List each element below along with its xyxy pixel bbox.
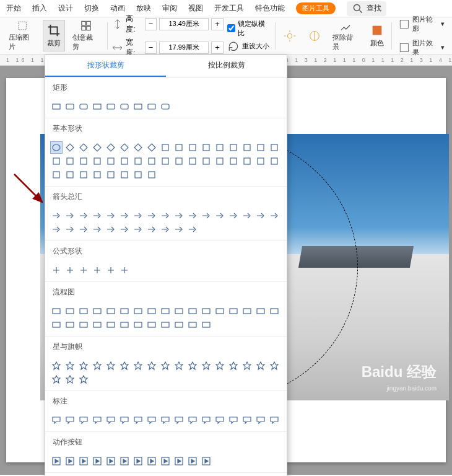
shape-option[interactable] (50, 169, 63, 181)
shape-option[interactable] (77, 209, 90, 222)
shape-option[interactable] (50, 305, 63, 317)
shape-option[interactable] (159, 305, 172, 317)
shape-option[interactable] (268, 359, 280, 372)
shape-option[interactable] (91, 155, 103, 167)
shape-option[interactable] (200, 455, 212, 467)
shape-option[interactable] (186, 319, 199, 331)
shape-option[interactable] (146, 209, 158, 222)
shape-option[interactable] (173, 155, 185, 167)
shape-option[interactable] (50, 155, 63, 167)
shape-option[interactable] (132, 414, 144, 426)
shape-option[interactable] (64, 141, 76, 154)
shape-option[interactable] (159, 223, 172, 236)
menu-animation[interactable]: 动画 (110, 3, 125, 14)
shape-option[interactable] (241, 141, 253, 154)
shape-option[interactable] (173, 359, 185, 372)
shape-option[interactable] (186, 223, 199, 236)
shape-option[interactable] (132, 155, 144, 167)
shape-option[interactable] (77, 414, 90, 426)
shape-option[interactable] (50, 209, 63, 222)
shape-option[interactable] (146, 455, 158, 467)
shape-option[interactable] (91, 455, 103, 467)
shape-option[interactable] (64, 455, 76, 467)
shape-option[interactable] (214, 155, 226, 167)
shape-option[interactable] (118, 264, 131, 276)
shape-option[interactable] (227, 359, 240, 372)
shape-option[interactable] (159, 359, 172, 372)
shape-option[interactable] (146, 155, 158, 167)
shape-option[interactable] (254, 155, 267, 167)
shape-option[interactable] (173, 223, 185, 236)
remove-bg-button[interactable]: 抠除背景 (329, 20, 363, 51)
width-increase[interactable]: + (211, 42, 223, 54)
shape-option[interactable] (50, 264, 63, 276)
shape-option[interactable] (268, 305, 280, 317)
menu-slideshow[interactable]: 放映 (136, 3, 151, 14)
shape-option[interactable] (105, 100, 117, 113)
menu-special[interactable]: 特色功能 (255, 3, 285, 14)
shape-option[interactable] (64, 100, 76, 113)
shape-option[interactable] (159, 155, 172, 167)
shape-option[interactable] (64, 223, 76, 236)
shape-option[interactable] (241, 209, 253, 222)
shape-option[interactable] (50, 455, 63, 467)
shape-option[interactable] (132, 305, 144, 317)
shape-option[interactable] (132, 359, 144, 372)
shape-option[interactable] (159, 209, 172, 222)
reset-size-button[interactable]: 重设大小 (227, 40, 271, 53)
shape-option[interactable] (159, 319, 172, 331)
shape-option[interactable] (146, 169, 158, 181)
shape-option[interactable] (227, 305, 240, 317)
shape-option[interactable] (173, 414, 185, 426)
shape-option[interactable] (254, 414, 267, 426)
picture-effects-button[interactable]: 图片效果▾ (396, 37, 447, 58)
shape-option[interactable] (91, 223, 103, 236)
shape-option[interactable] (214, 414, 226, 426)
shape-option[interactable] (214, 209, 226, 222)
shape-option[interactable] (173, 305, 185, 317)
shape-option[interactable] (118, 223, 131, 236)
shape-option[interactable] (132, 319, 144, 331)
shape-option[interactable] (91, 264, 103, 276)
shape-option[interactable] (118, 414, 131, 426)
shape-option[interactable] (118, 455, 131, 467)
shape-option[interactable] (241, 359, 253, 372)
shape-option[interactable] (132, 100, 144, 113)
shape-option[interactable] (186, 359, 199, 372)
shape-option[interactable] (50, 359, 63, 372)
shape-option[interactable] (91, 141, 103, 154)
shape-option[interactable] (118, 169, 131, 181)
shape-option[interactable] (146, 100, 158, 113)
reset-shape-size-button[interactable]: 重设形状和大小 (45, 473, 287, 476)
menu-review[interactable]: 审阅 (162, 3, 177, 14)
shape-option[interactable] (64, 209, 76, 222)
shape-option[interactable] (118, 305, 131, 317)
shape-option[interactable] (77, 455, 90, 467)
shape-option[interactable] (64, 359, 76, 372)
shape-option[interactable] (118, 209, 131, 222)
color-button[interactable]: 颜色 (367, 20, 388, 51)
shape-option[interactable] (200, 305, 212, 317)
shape-option[interactable] (105, 141, 117, 154)
shape-option[interactable] (200, 155, 212, 167)
shape-option[interactable] (50, 141, 63, 154)
shape-option[interactable] (254, 209, 267, 222)
shape-option[interactable] (132, 169, 144, 181)
shape-option[interactable] (50, 414, 63, 426)
shape-option[interactable] (105, 169, 117, 181)
shape-option[interactable] (227, 414, 240, 426)
shape-option[interactable] (77, 305, 90, 317)
shape-option[interactable] (186, 155, 199, 167)
shape-option[interactable] (91, 414, 103, 426)
shape-option[interactable] (186, 414, 199, 426)
lock-ratio-checkbox[interactable]: 锁定纵横比 (227, 19, 271, 38)
height-increase[interactable]: + (211, 18, 223, 30)
shape-option[interactable] (77, 359, 90, 372)
shape-option[interactable] (254, 305, 267, 317)
shape-option[interactable] (105, 264, 117, 276)
shape-option[interactable] (132, 141, 144, 154)
shape-option[interactable] (64, 414, 76, 426)
shape-option[interactable] (105, 414, 117, 426)
shape-option[interactable] (77, 319, 90, 331)
shape-option[interactable] (105, 223, 117, 236)
